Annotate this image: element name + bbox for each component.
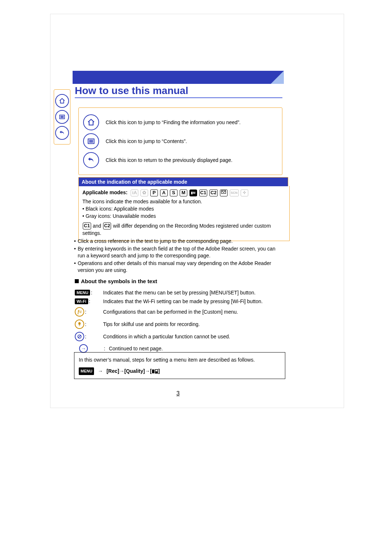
menu-example-intro: In this owner’s manual, steps for settin… [79, 356, 281, 364]
mode-movie-icon: ▮M [189, 190, 197, 196]
mode-m-icon: M [180, 190, 187, 196]
side-nav-strip [54, 89, 70, 144]
mode-c2-icon: C2 [209, 190, 218, 196]
prohibit-icon [75, 332, 84, 341]
symbol-wifi-row: Wi-Fi: Indicates that the Wi-Fi setting … [75, 298, 283, 304]
symbols-header: About the symbols in the text [75, 278, 157, 284]
tip-1-text: Click a cross reference in the text to j… [78, 238, 233, 245]
page-title: How to use this manual [75, 85, 188, 97]
page-number[interactable]: 3 [176, 390, 180, 397]
mode-a-icon: A [160, 190, 168, 196]
c-note-pre: and [91, 223, 103, 229]
modes-bullet-gray-text: Gray icons: Unavailable modes [86, 213, 156, 219]
contents-icon[interactable] [55, 110, 69, 124]
bulb-icon [75, 319, 84, 329]
menu-example-path: MENU → [Rec]→[Quality]→[] [79, 367, 281, 375]
contents-icon-text: Click this icon to jump to “Contents”. [106, 138, 187, 145]
contents-icon[interactable] [83, 133, 99, 149]
home-icon-text: Click this icon to jump to “Finding the … [106, 119, 241, 126]
back-icon[interactable] [83, 152, 99, 168]
mode-s-icon: S [170, 190, 177, 196]
tips-list: •Click a cross reference in the text to … [74, 237, 283, 274]
symbol-next-text: Continued to next page. [109, 346, 283, 351]
menu-badge: MENU [75, 290, 90, 296]
home-icon-row: Click this icon to jump to “Finding the … [79, 114, 282, 130]
symbol-tips-row: : Tips for skilful use and points for re… [75, 319, 283, 329]
tip-1: •Click a cross reference in the text to … [74, 238, 283, 245]
modes-bullet-black-text: Black icons: Applicable modes [86, 206, 154, 212]
back-icon[interactable] [55, 126, 69, 140]
tip-2: •By entering keywords in the search fiel… [74, 245, 283, 260]
mode-panorama-icon [220, 190, 228, 196]
symbol-next-row: → : Continued to next page. [75, 344, 283, 353]
mode-c1-icon: C1 [199, 190, 208, 196]
mode-p-icon: P [150, 190, 158, 196]
modes-box: Applicable modes: iA ✿ P A S M ▮M C1 C2 … [78, 186, 290, 241]
modes-label: Applicable modes: [82, 189, 127, 196]
back-icon-text: Click this icon to return to the previou… [106, 157, 232, 164]
tip-2-text: By entering keywords in the search field… [78, 245, 283, 260]
tip-3: •Operations and other details of this ma… [74, 260, 283, 274]
menu-badge: MENU [79, 367, 94, 375]
menu-path-text: [Rec]→[Quality]→[] [106, 367, 160, 375]
title-underline [75, 97, 282, 98]
home-icon[interactable] [83, 114, 99, 130]
menu-path-pre: [Rec]→[Quality]→[ [106, 368, 151, 374]
modes-desc: The icons indicate the modes available f… [82, 198, 286, 205]
symbol-prohibit-row: : Conditions in which a particular funct… [75, 332, 283, 341]
menu-example-box: In this owner’s manual, steps for settin… [74, 352, 285, 379]
modes-section-header: About the indication of the applicable m… [78, 177, 288, 186]
header-banner-corner [271, 71, 284, 84]
mode-ia-icon: iA [131, 190, 138, 196]
symbol-wifi-text: Indicates that the Wi-Fi setting can be … [103, 298, 283, 304]
mode-c1-icon: C1 [83, 223, 91, 229]
nav-icons-box: Click this icon to jump to “Finding the … [78, 107, 282, 175]
contents-icon-row: Click this icon to jump to “Contents”. [79, 133, 282, 149]
modes-c-note: C1 and C2 will differ depending on the R… [82, 222, 286, 237]
header-banner [73, 71, 284, 84]
symbol-custom-text: Configurations that can be performed in … [103, 309, 283, 315]
symbol-menu-text: Indicates that the menu can be set by pr… [103, 290, 283, 296]
symbols-table: MENU: Indicates that the menu can be set… [75, 287, 283, 356]
svg-line-10 [78, 335, 81, 338]
next-page-icon: → [79, 344, 88, 353]
tip-3-text: Operations and other details of this man… [78, 260, 283, 274]
custom-icon: ƒC [75, 307, 84, 317]
quality-icon [152, 369, 158, 374]
modes-bullet-gray: • Gray icons: Unavailable modes [82, 212, 286, 220]
svg-rect-11 [152, 370, 155, 374]
back-icon-row: Click this icon to return to the previou… [79, 152, 282, 168]
arrow-icon: → [98, 367, 103, 375]
symbol-custom-row: ƒC: Configurations that can be performed… [75, 307, 283, 317]
svg-rect-13 [155, 371, 157, 373]
mode-scn-icon: SCN [230, 190, 239, 196]
mode-creative-icon: ✧ [241, 190, 248, 196]
modes-bullet-black: • Black icons: Applicable modes [82, 205, 286, 212]
menu-path-post: ] [158, 368, 160, 374]
modes-line: Applicable modes: iA ✿ P A S M ▮M C1 C2 … [82, 189, 286, 196]
home-icon[interactable] [55, 94, 69, 108]
page: How to use this manual Click this icon t… [0, 0, 392, 554]
wifi-badge: Wi-Fi [75, 298, 88, 304]
symbol-prohibit-text: Conditions in which a particular functio… [103, 334, 283, 339]
symbol-menu-row: MENU: Indicates that the menu can be set… [75, 290, 283, 296]
symbol-tips-text: Tips for skilful use and points for reco… [103, 321, 283, 327]
mode-iaplus-icon: ✿ [140, 190, 148, 196]
mode-c2-icon: C2 [103, 223, 111, 229]
